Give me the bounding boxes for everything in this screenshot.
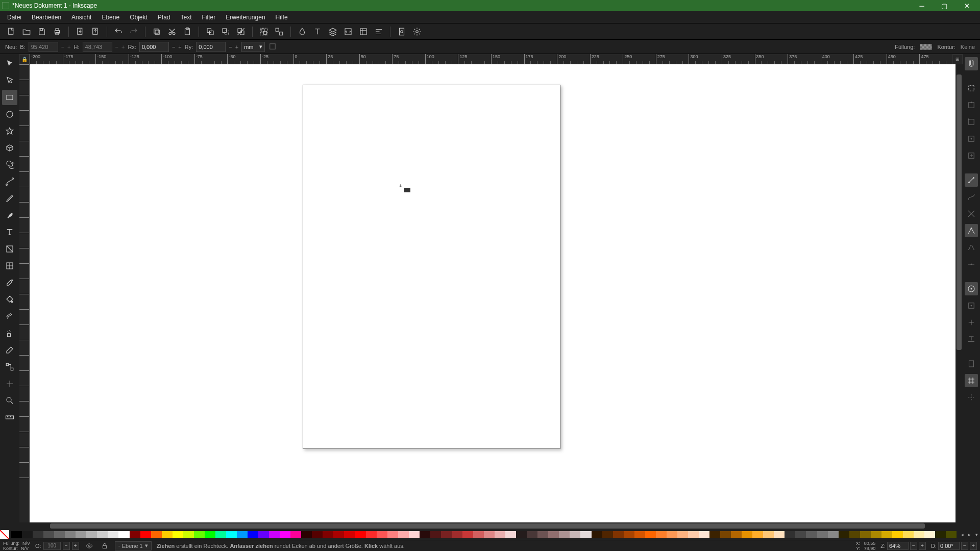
menu-erweiterungen[interactable]: Erweiterungen <box>220 12 270 22</box>
snap-bbox-button[interactable] <box>965 82 978 95</box>
ruler-corner-right[interactable]: ⊞ <box>952 54 963 64</box>
color-swatch[interactable] <box>881 531 892 538</box>
vertical-ruler[interactable] <box>19 64 30 522</box>
spray-tool[interactable] <box>2 325 17 341</box>
selector-tool[interactable] <box>2 56 17 71</box>
doc-props-button[interactable] <box>396 26 408 38</box>
lpe-tool[interactable] <box>2 376 17 391</box>
horizontal-ruler[interactable]: -200-175-150-125-100-75-50-2502550751001… <box>30 54 952 64</box>
zoom-out[interactable]: − <box>910 542 917 550</box>
color-swatch[interactable] <box>828 531 839 538</box>
color-swatch[interactable] <box>118 531 129 538</box>
color-swatch[interactable] <box>452 531 462 538</box>
snap-bbox-midpoint-button[interactable] <box>965 132 978 145</box>
color-swatch[interactable] <box>763 531 774 538</box>
color-swatch[interactable] <box>387 531 398 538</box>
color-swatch[interactable] <box>559 531 570 538</box>
color-swatch[interactable] <box>76 531 86 538</box>
snap-text-baseline-button[interactable] <box>965 333 978 346</box>
snap-intersection-button[interactable] <box>965 207 978 220</box>
3dbox-tool[interactable] <box>2 140 17 156</box>
color-swatch[interactable] <box>430 531 441 538</box>
menu-filter[interactable]: Filter <box>197 12 221 22</box>
color-swatch[interactable] <box>795 531 806 538</box>
fill-stroke-button[interactable] <box>296 26 308 38</box>
palette-scroll-right[interactable]: ▸ <box>966 531 973 538</box>
color-swatch[interactable] <box>677 531 688 538</box>
no-fill-swatch[interactable] <box>0 530 9 539</box>
color-swatch[interactable] <box>173 531 183 538</box>
ruler-lock[interactable]: 🔒 <box>19 54 30 64</box>
width-dec[interactable]: − <box>61 44 64 50</box>
star-tool[interactable] <box>2 123 17 139</box>
color-swatch[interactable] <box>409 531 420 538</box>
snap-guide-button[interactable] <box>965 391 978 404</box>
color-swatch[interactable] <box>162 531 173 538</box>
rotation-dec[interactable]: − <box>961 542 968 550</box>
unit-select[interactable]: mm▾ <box>241 42 265 52</box>
snap-object-center-button[interactable] <box>965 299 978 312</box>
rx-inc[interactable]: + <box>178 44 181 50</box>
color-swatch[interactable] <box>946 531 957 538</box>
color-swatch[interactable] <box>613 531 624 538</box>
snap-line-midpoint-button[interactable] <box>965 258 978 271</box>
horizontal-scrollbar[interactable] <box>30 522 955 530</box>
cut-button[interactable] <box>166 26 178 38</box>
color-swatch[interactable] <box>312 531 323 538</box>
zoom-in[interactable]: + <box>919 542 926 550</box>
color-swatch[interactable] <box>817 531 828 538</box>
paste-button[interactable] <box>181 26 193 38</box>
menu-objekt[interactable]: Objekt <box>125 12 153 22</box>
zoom-tool[interactable] <box>2 393 17 408</box>
color-swatch[interactable] <box>667 531 677 538</box>
menu-text[interactable]: Text <box>176 12 197 22</box>
color-swatch[interactable] <box>237 531 248 538</box>
measure-tool[interactable] <box>2 410 17 425</box>
height-dec[interactable]: − <box>115 44 118 50</box>
opacity-input[interactable] <box>43 542 61 550</box>
spiral-tool[interactable] <box>2 157 17 172</box>
color-swatch[interactable] <box>892 531 903 538</box>
color-swatch[interactable] <box>43 531 54 538</box>
color-swatch[interactable] <box>871 531 881 538</box>
color-swatch[interactable] <box>656 531 667 538</box>
color-swatch[interactable] <box>903 531 914 538</box>
color-swatch[interactable] <box>924 531 935 538</box>
copy-button[interactable] <box>151 26 163 38</box>
color-swatch[interactable] <box>333 531 344 538</box>
snap-bbox-center-button[interactable] <box>965 149 978 162</box>
vertical-scrollbar[interactable] <box>955 64 963 522</box>
color-swatch[interactable] <box>258 531 269 538</box>
rectangle-tool[interactable] <box>2 90 17 105</box>
color-swatch[interactable] <box>205 531 215 538</box>
color-swatch[interactable] <box>527 531 537 538</box>
snap-cusp-button[interactable] <box>965 224 978 237</box>
color-swatch[interactable] <box>720 531 731 538</box>
color-swatch[interactable] <box>194 531 205 538</box>
node-tool[interactable] <box>2 73 17 88</box>
menu-pfad[interactable]: Pfad <box>153 12 176 22</box>
text-props-button[interactable] <box>311 26 324 38</box>
color-swatch[interactable] <box>355 531 366 538</box>
unlink-clone-button[interactable] <box>235 26 247 38</box>
color-swatch[interactable] <box>398 531 409 538</box>
rx-dec[interactable]: − <box>172 44 175 50</box>
color-swatch[interactable] <box>377 531 387 538</box>
color-swatch[interactable] <box>140 531 151 538</box>
color-swatch[interactable] <box>65 531 76 538</box>
duplicate-button[interactable] <box>204 26 216 38</box>
menu-ebene[interactable]: Ebene <box>96 12 125 22</box>
color-swatch[interactable] <box>280 531 290 538</box>
snap-bbox-corner-button[interactable] <box>965 115 978 129</box>
snap-path-button[interactable] <box>965 190 978 204</box>
zoom-input[interactable]: 64% <box>887 542 909 550</box>
color-swatch[interactable] <box>33 531 43 538</box>
color-swatch[interactable] <box>484 531 495 538</box>
redo-button[interactable] <box>128 26 140 38</box>
color-swatch[interactable] <box>935 531 946 538</box>
color-swatch[interactable] <box>462 531 473 538</box>
color-swatch[interactable] <box>570 531 580 538</box>
text-tool[interactable] <box>2 224 17 240</box>
color-swatch[interactable] <box>22 531 33 538</box>
color-swatch[interactable] <box>248 531 258 538</box>
